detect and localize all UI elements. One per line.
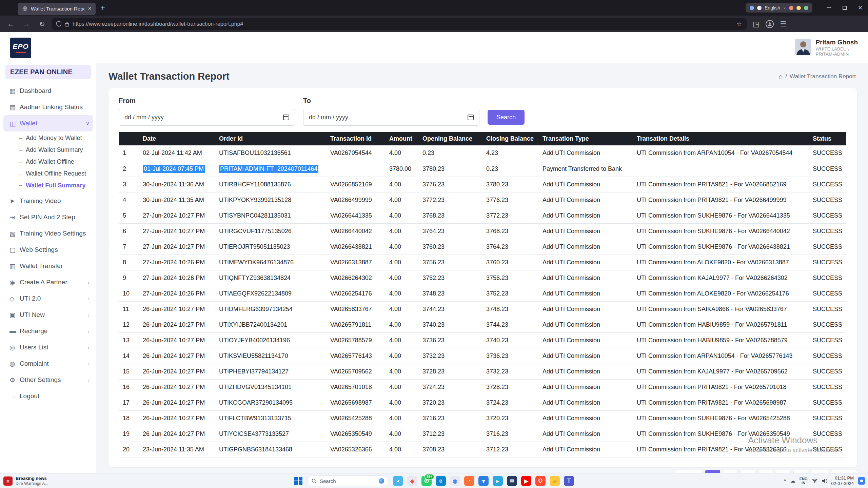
browser-tab[interactable]: Wallet Transaction Report × [18,3,96,15]
browser-profile-icon[interactable] [766,20,774,28]
cell-transaction-type: Add UTI Commission [542,301,636,317]
sidebar-item-create-a-partner[interactable]: ◉Create A Partner› [3,274,93,290]
sidebar-item-complaint[interactable]: ◍Complaint› [3,355,93,372]
extension-icon[interactable] [750,6,754,10]
sidebar-item-aadhar-linking-status[interactable]: ▤Aadhar Linking Status [3,99,93,115]
notification-icon[interactable] [858,477,865,485]
sidebar: EPO EZEE PAN ONLINE ▦Dashboard▤Aadhar Li… [0,32,96,473]
sidebar-subitem-add-money-to-wallet[interactable]: –Add Money to Wallet [0,132,96,144]
pagination-page-6[interactable]: 6 [793,470,808,473]
extension-toolbar[interactable]: English ∨ [746,3,812,13]
taskbar-app-edge-icon[interactable]: e [436,476,446,486]
lock-icon[interactable] [65,21,69,27]
extension-icon[interactable] [757,6,762,10]
url-bar[interactable]: https://www.ezeepanonline.in/dashboard/w… [52,18,747,30]
tray-expand-icon[interactable]: ^ [784,478,786,484]
cell-amount: 4.00 [389,177,422,192]
pagination-page-4[interactable]: 4 [758,470,773,473]
role-dropdown[interactable]: WHITE LABEL ∨ [815,46,858,52]
taskbar-app-telegram-icon[interactable]: ▸ [493,476,503,486]
sidebar-item-uti-2-0[interactable]: ◇UTI 2.0› [3,290,93,307]
menu-icon[interactable]: ☰ [777,20,789,28]
user-menu[interactable]: Pritam Ghosh WHITE LABEL ∨ PRITAM-ADMIN [795,39,858,57]
cell-amount: 4.00 [389,255,422,270]
pagination-page-2[interactable]: 2 [723,470,738,473]
wifi-icon[interactable] [812,479,818,483]
sidebar-subitem-wallet-full-summary[interactable]: –Wallet Full Summary [0,180,96,191]
taskbar-app-mail-icon[interactable]: ✉ [507,476,517,486]
search-button[interactable]: Search [488,110,525,125]
home-icon[interactable]: ⌂ [778,73,783,81]
refresh-button[interactable]: ↻ [36,20,48,28]
taskbar-search[interactable]: Search [307,475,389,486]
forward-button[interactable]: → [20,20,33,28]
taskbar-app-store-icon[interactable]: ▾ [478,476,489,486]
sidebar-item-wallet[interactable]: ◫Wallet∨ [3,115,93,131]
taskbar-app-explorer-icon[interactable]: ▰ [550,476,560,486]
sidebar-item-label: Complaint [20,360,88,367]
sidebar-item-wallet-transfer[interactable]: ▥Wallet Transfer [3,258,93,274]
sidebar-subitem-add-wallet-offline[interactable]: –Add Wallet Offline [0,156,96,168]
onedrive-cloud-icon[interactable]: ☁ [790,478,795,484]
new-tab-button[interactable]: + [100,3,105,13]
clock[interactable]: 01:31 PM 02-07-2024 [831,475,854,487]
shield-icon[interactable] [56,21,61,27]
pagination-page-19[interactable]: 19 [811,470,828,473]
taskbar-app-opera-icon[interactable]: O [535,476,546,486]
extension-icon[interactable] [804,6,808,10]
cell-status: SUCCESS [812,379,846,395]
calendar-icon[interactable] [468,115,474,120]
start-button[interactable] [294,476,303,485]
sidebar-item-uti-new[interactable]: ▣UTI New› [3,307,93,323]
table-row: 201-Jul-2024 07:45 PMPRITAM-ADMIN-FT_202… [119,161,846,177]
sidebar-item-training-video[interactable]: ►Training Video [3,193,93,209]
close-window-button[interactable]: × [852,0,868,16]
taskbar-app-whatsapp-icon[interactable]: ✆99+ [421,476,432,486]
sidebar-item-users-list[interactable]: ◎Users List› [3,339,93,355]
sidebar-item-logout[interactable]: →Logout [3,388,93,404]
extension-icon[interactable] [789,6,793,10]
maximize-button[interactable] [837,0,852,16]
back-button[interactable]: ← [5,20,17,28]
app-logo[interactable]: EPO [10,38,31,58]
sidebar-item-other-settings[interactable]: ⚙Other Settings› [3,372,93,388]
url-text[interactable]: https://www.ezeepanonline.in/dashboard/w… [73,21,733,27]
sidebar-item-recharge[interactable]: ▬Recharge› [3,323,93,339]
pagination-next[interactable]: NEXT [831,470,857,473]
cell-opening-balance: 3744.23 [422,301,486,317]
sidebar-item-set-pin-and-2-step[interactable]: ⇥Set PIN And 2 Step [3,209,93,225]
from-date-input[interactable]: dd / mm / yyyy [119,109,295,126]
minimize-button[interactable] [821,0,837,16]
brand-title[interactable]: EZEE PAN ONLINE [5,65,91,79]
pagination-page-5[interactable]: 5 [776,470,791,473]
taskbar-app-firefox-icon[interactable]: ◔ [464,476,474,486]
widgets-button[interactable]: ≡ Breaking news Dire Warnings A... [3,473,48,488]
sidebar-subitem-add-wallet-summary[interactable]: –Add Wallet Summary [0,144,96,156]
dash-icon: – [19,158,22,165]
taskbar-app-chrome-icon[interactable]: ◉ [450,476,460,486]
volume-icon[interactable] [822,479,827,483]
cell-date: 26-Jun-2024 10:27 PM [142,379,218,395]
taskbar-app-teams-icon[interactable]: T [564,476,574,486]
extension-icon[interactable] [796,6,801,10]
cell-transaction-type: Add UTI Commission [542,332,636,348]
pagination-page-3[interactable]: 3 [741,470,755,473]
chevron-right-icon: › [88,345,90,350]
close-tab-icon[interactable]: × [88,5,92,12]
language-indicator[interactable]: ENG IN [800,477,808,485]
translate-language-label[interactable]: English [765,5,780,11]
pagination-prev[interactable]: PREV [676,470,702,473]
taskbar-app-copilot-icon[interactable]: ◕ [393,476,403,486]
taskbar-app-photos-icon[interactable]: ◆ [407,476,417,486]
cell-transaction-id: VA0266313887 [330,255,389,270]
sidebar-item-dashboard[interactable]: ▦Dashboard [3,83,93,99]
sidebar-subitem-wallet-offline-request[interactable]: –Wallet Offline Request [0,168,96,180]
pagination-page-1[interactable]: 1 [705,470,720,473]
extensions-puzzle-icon[interactable]: ◳ [750,20,762,28]
sidebar-item-web-settings[interactable]: ▢Web Settings [3,242,93,258]
to-date-input[interactable]: dd / mm / yyyy [303,109,479,126]
taskbar-app-youtube-icon[interactable]: ▶ [521,476,531,486]
bookmark-star-icon[interactable]: ☆ [736,20,742,28]
calendar-icon[interactable] [283,115,289,120]
sidebar-item-training-video-settings[interactable]: ▧Training Video Settings [3,225,93,242]
